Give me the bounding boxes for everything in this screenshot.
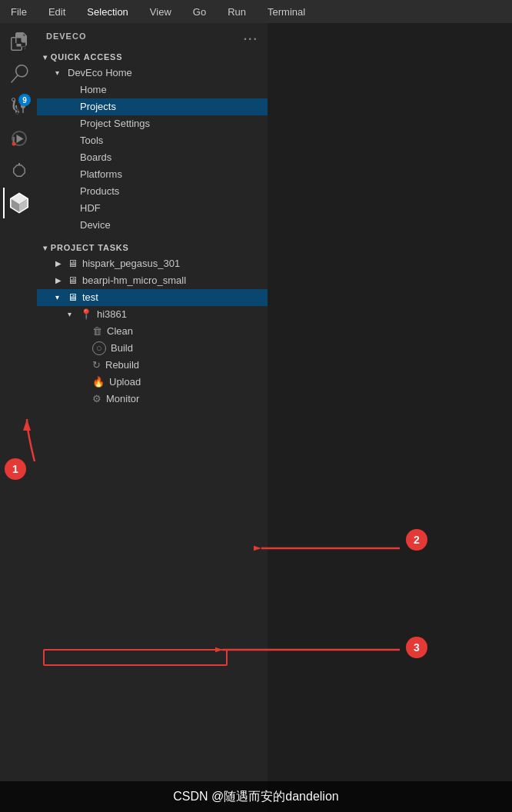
clean-icon: 🗑 — [92, 323, 102, 340]
hdf-item[interactable]: HDF — [37, 200, 268, 217]
platforms-item[interactable]: Platforms — [37, 166, 268, 183]
hispark-chevron: ▶ — [55, 255, 68, 272]
home-item[interactable]: Home — [37, 82, 268, 98]
run-debug-activity-icon[interactable] — [3, 123, 34, 154]
hi3861-pin-icon: 📍 — [80, 306, 92, 323]
menu-file[interactable]: File — [6, 5, 32, 19]
deveco-activity-icon[interactable] — [3, 188, 34, 218]
projects-label: Projects — [80, 98, 116, 115]
products-item[interactable]: Products — [37, 183, 268, 200]
menu-edit[interactable]: Edit — [44, 5, 70, 19]
hdf-label: HDF — [80, 200, 101, 217]
clean-label: Clean — [107, 323, 133, 340]
project-tasks-chevron: ▾ — [43, 244, 48, 252]
project-tasks-section[interactable]: ▾ PROJECT TASKS — [37, 240, 268, 255]
project-settings-item[interactable]: Project Settings — [37, 115, 268, 132]
quick-access-section[interactable]: ▾ QUICK ACCESS — [37, 49, 268, 65]
project-tasks-label: PROJECT TASKS — [51, 243, 129, 252]
annotation-2: 2 — [406, 529, 427, 551]
monitor-label: Monitor — [106, 391, 139, 408]
test-chevron: ▾ — [55, 289, 68, 306]
hi3861-label: hi3861 — [97, 306, 127, 323]
menu-terminal[interactable]: Terminal — [263, 5, 310, 19]
rebuild-item[interactable]: ↻ Rebuild — [37, 357, 268, 374]
menu-bar: File Edit Selection View Go Run Terminal — [0, 0, 512, 23]
menu-selection[interactable]: Selection — [82, 5, 132, 19]
main-layout: 9 — [0, 23, 512, 812]
boards-item[interactable]: Boards — [37, 149, 268, 166]
monitor-item[interactable]: ⚙ Monitor — [37, 391, 268, 408]
hispark-label: hispark_pegasus_301 — [82, 255, 180, 272]
menu-go[interactable]: Go — [188, 5, 211, 19]
project-settings-label: Project Settings — [80, 115, 150, 132]
quick-access-chevron: ▾ — [43, 53, 48, 62]
source-control-activity-icon[interactable]: 9 — [3, 91, 34, 121]
clean-item[interactable]: 🗑 Clean — [37, 323, 268, 340]
sidebar-header: DEVECO ... — [37, 23, 268, 49]
sidebar: DEVECO ... ▾ QUICK ACCESS ▾ DevEco Home … — [37, 23, 268, 812]
platforms-label: Platforms — [80, 166, 122, 183]
hispark-item[interactable]: ▶ 🖥 hispark_pegasus_301 — [37, 255, 268, 272]
products-label: Products — [80, 183, 119, 200]
bearpi-label: bearpi-hm_micro_small — [82, 272, 186, 289]
annotation-3: 3 — [406, 637, 427, 658]
deveco-home-item[interactable]: ▾ DevEco Home — [37, 65, 268, 82]
explorer-activity-icon[interactable] — [3, 26, 34, 57]
upload-label: Upload — [109, 374, 141, 391]
quick-access-label: QUICK ACCESS — [51, 52, 123, 62]
device-label: Device — [80, 217, 111, 234]
build-item[interactable]: ○ Build — [37, 340, 268, 357]
sidebar-title: DEVECO — [46, 32, 86, 41]
build-label: Build — [111, 340, 133, 357]
upload-item[interactable]: 🔥 Upload — [37, 374, 268, 391]
extensions-activity-icon[interactable] — [3, 155, 34, 186]
deveco-home-chevron: ▾ — [55, 65, 68, 82]
upload-icon: 🔥 — [92, 374, 105, 391]
search-activity-icon[interactable] — [3, 58, 34, 89]
deveco-home-label: DevEco Home — [68, 65, 132, 82]
rebuild-label: Rebuild — [105, 357, 139, 374]
boards-label: Boards — [80, 149, 111, 166]
watermark-text: CSDN @随遇而安的dandelion — [173, 789, 338, 805]
bearpi-chevron: ▶ — [55, 272, 68, 289]
device-item[interactable]: Device — [37, 217, 268, 234]
sidebar-more-button[interactable]: ... — [244, 29, 258, 43]
tools-item[interactable]: Tools — [37, 132, 268, 149]
hi3861-chevron: ▾ — [68, 306, 80, 323]
home-label: Home — [80, 82, 107, 98]
svg-point-3 — [12, 142, 16, 146]
tools-label: Tools — [80, 132, 103, 149]
bearpi-device-icon: 🖥 — [68, 272, 78, 289]
annotation-1: 1 — [5, 458, 26, 480]
bearpi-item[interactable]: ▶ 🖥 bearpi-hm_micro_small — [37, 272, 268, 289]
menu-run[interactable]: Run — [223, 5, 251, 19]
rebuild-icon: ↻ — [92, 357, 101, 374]
test-device-icon: 🖥 — [68, 289, 78, 306]
test-item[interactable]: ▾ 🖥 test — [37, 289, 268, 306]
test-label: test — [82, 289, 98, 306]
build-icon: ○ — [92, 341, 106, 355]
hispark-device-icon: 🖥 — [68, 255, 78, 272]
activity-bar: 9 — [0, 23, 37, 812]
monitor-icon: ⚙ — [92, 391, 101, 408]
hi3861-item[interactable]: ▾ 📍 hi3861 — [37, 306, 268, 323]
source-control-badge: 9 — [18, 94, 31, 106]
watermark: CSDN @随遇而安的dandelion — [0, 781, 512, 812]
projects-item[interactable]: Projects — [37, 98, 268, 115]
menu-view[interactable]: View — [145, 5, 176, 19]
